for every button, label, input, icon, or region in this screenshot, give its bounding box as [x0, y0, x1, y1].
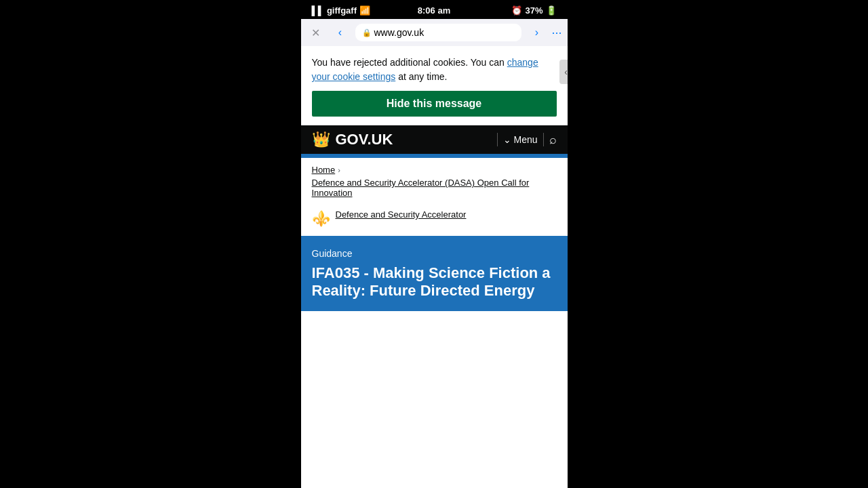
- menu-label: Menu: [513, 134, 537, 145]
- chevron-down-icon: ⌄: [503, 134, 511, 145]
- url-bar[interactable]: 🔒 www.gov.uk: [355, 24, 522, 41]
- signal-icon: ▌▌: [312, 5, 324, 16]
- battery-level: 37%: [525, 5, 542, 16]
- org-crest-icon: ⚜️: [312, 210, 330, 228]
- breadcrumb-separator: ›: [338, 166, 340, 174]
- hide-message-button[interactable]: Hide this message: [312, 91, 557, 117]
- status-bar: ▌▌ giffgaff 📶 8:06 am ⏰ 37% 🔋: [301, 0, 568, 19]
- forward-button[interactable]: ›: [527, 23, 546, 42]
- breadcrumb-home[interactable]: Home: [312, 165, 336, 175]
- breadcrumb: Home › Defence and Security Accelerator …: [301, 158, 568, 203]
- nav-divider: [497, 133, 498, 146]
- organisation-link[interactable]: Defence and Security Accelerator: [336, 209, 467, 221]
- breadcrumb-current: Defence and Security Accelerator (DASA) …: [312, 178, 557, 198]
- status-time: 8:06 am: [418, 5, 450, 16]
- guidance-label: Guidance: [312, 248, 557, 259]
- guidance-header: Guidance IFA035 - Making Science Fiction…: [301, 236, 568, 311]
- phone-frame: ▌▌ giffgaff 📶 8:06 am ⏰ 37% 🔋 ✕ ‹ 🔒 www.…: [301, 0, 568, 488]
- scroll-indicator[interactable]: ‹: [559, 60, 568, 84]
- search-button[interactable]: ⌕: [549, 133, 557, 147]
- status-right: ⏰ 37% 🔋: [511, 5, 556, 16]
- alarm-icon: ⏰: [511, 5, 522, 16]
- govuk-logo-text: GOV.UK: [336, 131, 393, 148]
- back-button[interactable]: ‹: [331, 23, 350, 42]
- lock-icon: 🔒: [362, 28, 372, 37]
- guidance-title: IFA035 - Making Science Fiction a Realit…: [312, 264, 557, 300]
- battery-icon: 🔋: [546, 5, 557, 16]
- more-button[interactable]: ···: [551, 26, 561, 40]
- govuk-nav-right: ⌄ Menu ⌕: [493, 133, 556, 147]
- organisation-section: ⚜️ Defence and Security Accelerator: [301, 203, 568, 236]
- status-left: ▌▌ giffgaff 📶: [312, 5, 370, 16]
- url-text: www.gov.uk: [374, 27, 425, 38]
- carrier-name: giffgaff: [327, 5, 357, 16]
- cookie-message: You have rejected additional cookies. Yo…: [312, 56, 557, 84]
- wifi-icon: 📶: [359, 5, 370, 16]
- crown-icon: 👑: [312, 131, 330, 148]
- govuk-logo[interactable]: 👑 GOV.UK: [312, 131, 393, 148]
- page-content: You have rejected additional cookies. Yo…: [301, 46, 568, 488]
- nav-divider-2: [543, 133, 544, 146]
- close-tab-button[interactable]: ✕: [307, 23, 326, 42]
- cookie-banner: You have rejected additional cookies. Yo…: [301, 46, 568, 125]
- govuk-header: 👑 GOV.UK ⌄ Menu ⌕: [301, 125, 568, 154]
- menu-button[interactable]: ⌄ Menu: [503, 134, 537, 145]
- browser-chrome: ✕ ‹ 🔒 www.gov.uk › ···: [301, 19, 568, 46]
